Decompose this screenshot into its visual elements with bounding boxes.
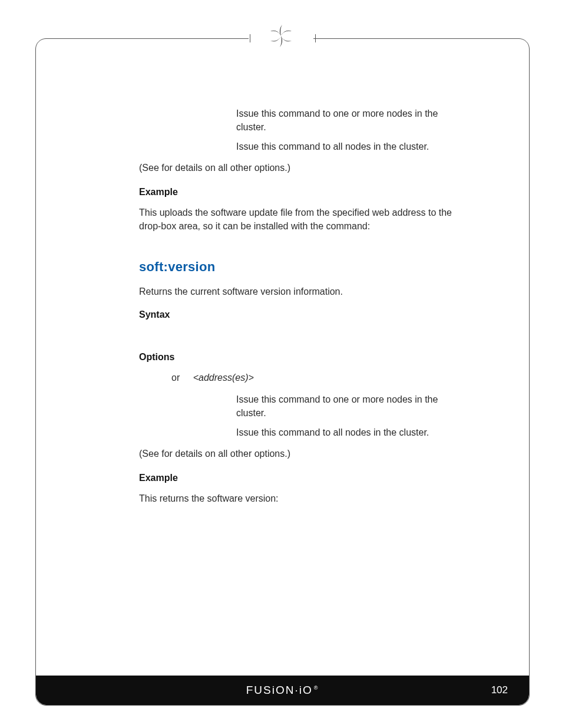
footer-brand: FUSiON·iO® xyxy=(246,684,319,697)
example-heading-1: Example xyxy=(139,185,470,199)
option-issue-all: Issue this command to all nodes in the c… xyxy=(236,140,470,153)
footer-brand-text: FUSiON·iO xyxy=(246,684,313,696)
option2-issue-some: Issue this command to one or more nodes … xyxy=(236,393,470,420)
see-suffix: for details on all other options.) xyxy=(161,163,290,173)
option2-issue-all: Issue this command to all nodes in the c… xyxy=(236,426,470,439)
options-or: or xyxy=(171,371,180,384)
example1-part-c: command: xyxy=(326,221,371,231)
example-text-1: This uploads the software update file fr… xyxy=(139,206,470,233)
section-title-soft-version: soft:version xyxy=(139,258,470,276)
options-block-2: Issue this command to one or more nodes … xyxy=(236,393,470,440)
fusion-io-leaf-icon xyxy=(266,21,296,51)
soft-version-description: Returns the current software version inf… xyxy=(139,285,470,298)
page-number: 102 xyxy=(491,684,508,696)
options-heading: Options xyxy=(139,350,470,364)
page-frame: Issue this command to one or more nodes … xyxy=(35,38,530,706)
example-heading-2: Example xyxy=(139,471,470,485)
option-issue-some: Issue this command to one or more nodes … xyxy=(236,107,470,134)
page-footer: FUSiON·iO® 102 xyxy=(36,676,529,705)
prev-options-block: Issue this command to one or more nodes … xyxy=(236,107,470,154)
rule-tick-right xyxy=(315,34,316,42)
rule-tick-left xyxy=(250,34,250,42)
see-prefix: (See xyxy=(139,163,161,173)
page-content: Issue this command to one or more nodes … xyxy=(139,107,470,512)
registered-mark: ® xyxy=(314,685,319,691)
options-addresses: <address(es)> xyxy=(193,373,254,383)
example1-part-a: This uploads the xyxy=(139,207,211,218)
see2-suffix: for details on all other options.) xyxy=(161,449,290,459)
syntax-heading: Syntax xyxy=(139,308,470,321)
options-row: or <address(es)> xyxy=(139,371,470,384)
see2-prefix: (See xyxy=(139,449,161,459)
see-note-1: (See for details on all other options.) xyxy=(139,161,470,174)
see-note-2: (See for details on all other options.) xyxy=(139,447,470,460)
example-text-2: This returns the software version: xyxy=(139,492,470,505)
